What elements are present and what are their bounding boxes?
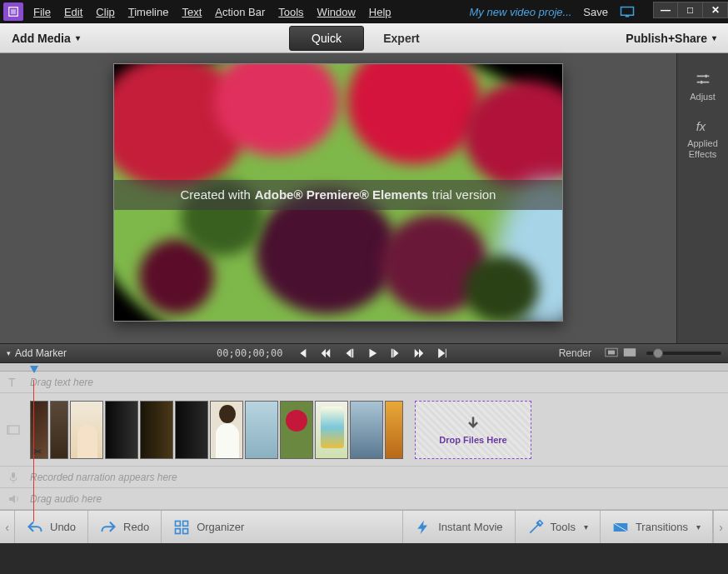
- video-track-icon: [0, 423, 27, 437]
- menu-help[interactable]: Help: [369, 6, 391, 18]
- svg-rect-2: [621, 7, 634, 16]
- app-icon: [3, 2, 23, 21]
- timeline-clip[interactable]: [50, 401, 68, 459]
- drop-files-label: Drop Files Here: [439, 435, 506, 445]
- zoom-slider[interactable]: [646, 352, 721, 355]
- fx-icon: fx: [694, 117, 712, 135]
- download-arrow-icon: [465, 415, 481, 432]
- full-view-icon[interactable]: [623, 347, 636, 360]
- playhead-icon[interactable]: [30, 362, 38, 371]
- menu-edit[interactable]: Edit: [64, 6, 82, 18]
- trial-watermark: Created with Adobe® Premiere® Elements t…: [114, 180, 562, 210]
- applied-effects-button[interactable]: fx Applied Effects: [677, 112, 728, 165]
- lightning-icon: [415, 519, 431, 536]
- timeline-clip[interactable]: [245, 401, 278, 459]
- mode-tab-quick[interactable]: Quick: [289, 26, 364, 51]
- audio-track-hint: Drag audio here: [27, 493, 102, 505]
- drop-files-zone[interactable]: Drop Files Here: [415, 401, 531, 459]
- svg-rect-16: [176, 521, 181, 526]
- play-button[interactable]: [366, 347, 378, 359]
- goto-end-button[interactable]: [436, 347, 448, 359]
- menu-text[interactable]: Text: [182, 6, 202, 18]
- monitor-icon[interactable]: [620, 6, 635, 17]
- fit-view-icon[interactable]: [605, 347, 618, 360]
- tools-icon: [527, 519, 544, 536]
- narration-track-hint: Recorded narration appears here: [27, 472, 177, 483]
- svg-rect-12: [7, 426, 10, 434]
- narration-track[interactable]: Recorded narration appears here: [0, 467, 728, 488]
- timeline-clip[interactable]: [280, 401, 313, 459]
- instant-movie-button[interactable]: Instant Movie: [403, 511, 515, 543]
- minimize-button[interactable]: —: [653, 2, 678, 18]
- timeline-clip[interactable]: [350, 401, 383, 459]
- svg-rect-1: [11, 9, 16, 14]
- publish-share-label: Publish+Share: [626, 32, 707, 45]
- adjust-panel-button[interactable]: Adjust: [677, 65, 728, 107]
- timeline-ruler[interactable]: [0, 363, 728, 372]
- redo-button[interactable]: Redo: [88, 511, 162, 543]
- menu-action-bar[interactable]: Action Bar: [215, 6, 265, 18]
- menu-window[interactable]: Window: [317, 6, 356, 18]
- text-track-hint: Drag text here: [27, 377, 93, 388]
- svg-rect-19: [183, 528, 188, 533]
- svg-text:fx: fx: [696, 120, 706, 133]
- redo-icon: [100, 519, 117, 536]
- svg-rect-8: [608, 350, 615, 354]
- project-name: My new video proje...: [470, 6, 572, 18]
- timecode-display[interactable]: 00;00;00;00: [217, 347, 282, 359]
- scroll-right-button[interactable]: ›: [713, 511, 728, 543]
- organizer-icon: [173, 519, 190, 536]
- timeline-clip[interactable]: [385, 401, 403, 459]
- maximize-button[interactable]: □: [678, 2, 703, 18]
- render-button[interactable]: Render: [559, 347, 591, 359]
- prev-clip-button[interactable]: [320, 347, 332, 359]
- svg-rect-15: [12, 472, 15, 478]
- timeline-clip[interactable]: [105, 401, 138, 459]
- svg-rect-9: [624, 348, 636, 357]
- undo-button[interactable]: Undo: [15, 511, 88, 543]
- mode-tab-expert[interactable]: Expert: [364, 23, 439, 53]
- svg-text:T: T: [8, 376, 16, 389]
- menu-bar: File Edit Clip Timeline Text Action Bar …: [33, 6, 470, 18]
- playhead-line: [33, 380, 34, 522]
- speaker-icon: [0, 492, 27, 506]
- timeline-clip[interactable]: [210, 401, 243, 459]
- audio-track[interactable]: Drag audio here: [0, 488, 728, 510]
- transitions-button[interactable]: Transitions ▾: [601, 511, 713, 543]
- svg-rect-18: [176, 528, 181, 533]
- timeline-clip[interactable]: [315, 401, 348, 459]
- step-forward-button[interactable]: [390, 347, 401, 359]
- menu-file[interactable]: File: [33, 6, 51, 18]
- transitions-icon: [612, 519, 629, 536]
- timeline-clip[interactable]: [140, 401, 173, 459]
- sliders-icon: [694, 70, 712, 88]
- save-button[interactable]: Save: [583, 6, 608, 18]
- svg-rect-3: [626, 16, 630, 17]
- video-track[interactable]: Drop Files Here: [0, 393, 728, 467]
- menu-timeline[interactable]: Timeline: [128, 6, 169, 18]
- svg-point-4: [704, 75, 707, 78]
- undo-icon: [27, 519, 43, 536]
- text-track-icon: T: [0, 376, 27, 389]
- step-back-button[interactable]: [343, 347, 355, 359]
- microphone-icon: [0, 471, 27, 484]
- timeline-clip[interactable]: [175, 401, 208, 459]
- svg-rect-17: [183, 521, 188, 526]
- svg-point-5: [700, 81, 703, 84]
- goto-start-button[interactable]: [297, 347, 308, 359]
- scroll-left-button[interactable]: ‹: [0, 511, 15, 543]
- organizer-button[interactable]: Organizer: [162, 511, 403, 543]
- close-button[interactable]: ✕: [703, 2, 728, 18]
- publish-share-button[interactable]: Publish+Share▾: [614, 23, 728, 52]
- adjust-label: Adjust: [690, 92, 716, 102]
- text-track[interactable]: T Drag text here: [0, 372, 728, 393]
- next-clip-button[interactable]: [413, 347, 425, 359]
- timeline-clip[interactable]: [70, 401, 103, 459]
- add-marker-button[interactable]: ▾Add Marker: [7, 347, 67, 359]
- preview-monitor[interactable]: Created with Adobe® Premiere® Elements t…: [113, 63, 563, 322]
- add-media-button[interactable]: Add Media▾: [0, 23, 92, 52]
- tools-button[interactable]: Tools ▾: [516, 511, 601, 543]
- add-media-label: Add Media: [12, 32, 71, 45]
- menu-tools[interactable]: Tools: [278, 6, 303, 18]
- menu-clip[interactable]: Clip: [96, 6, 114, 18]
